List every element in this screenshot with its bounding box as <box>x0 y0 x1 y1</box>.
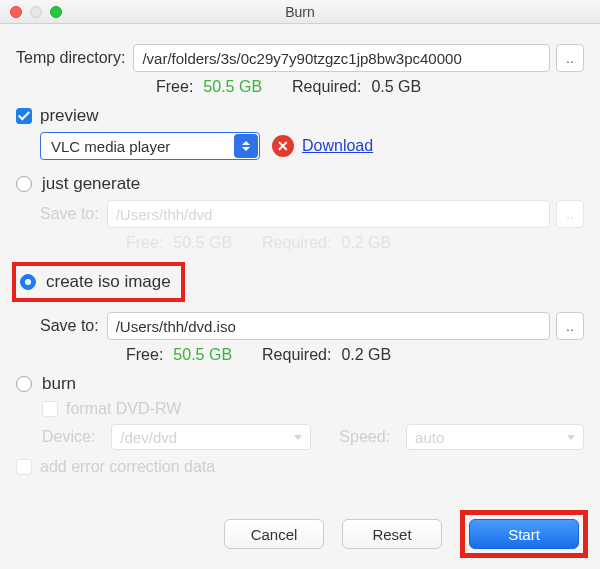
error-correction-checkbox <box>16 459 32 475</box>
burn-label: burn <box>42 374 76 394</box>
free-label: Free: <box>126 234 163 252</box>
temp-dir-row: Temp directory: .. <box>16 44 584 72</box>
preview-checkbox[interactable] <box>16 108 32 124</box>
chevron-updown-icon <box>234 134 258 158</box>
temp-dir-input[interactable] <box>133 44 550 72</box>
button-bar: Cancel Reset Start <box>0 494 600 569</box>
chevron-down-icon <box>567 435 575 440</box>
player-row: ✕ Download <box>16 132 584 160</box>
create-iso-radio[interactable] <box>20 274 36 290</box>
device-value: /dev/dvd <box>120 429 177 446</box>
iso-save-input[interactable] <box>107 312 550 340</box>
speed-value: auto <box>415 429 444 446</box>
just-generate-label: just generate <box>42 174 140 194</box>
free-label: Free: <box>126 346 163 364</box>
format-checkbox <box>42 401 58 417</box>
chevron-down-icon <box>294 435 302 440</box>
just-generate-row: just generate <box>16 174 584 194</box>
player-select[interactable] <box>40 132 260 160</box>
required-label: Required: <box>292 78 361 96</box>
titlebar: Burn <box>0 0 600 24</box>
just-generate-radio[interactable] <box>16 176 32 192</box>
cancel-button[interactable]: Cancel <box>224 519 324 549</box>
free-label: Free: <box>156 78 193 96</box>
start-button[interactable]: Start <box>469 519 579 549</box>
create-iso-row: create iso image <box>12 262 584 302</box>
justgen-browse-button: .. <box>556 200 584 228</box>
iso-save-row: Save to: .. <box>16 312 584 340</box>
window-title: Burn <box>0 4 600 20</box>
justgen-storage-info: Free: 50.5 GB Required: 0.2 GB <box>16 234 584 252</box>
device-select: /dev/dvd <box>111 424 311 450</box>
free-value: 50.5 GB <box>173 346 232 364</box>
reset-button[interactable]: Reset <box>342 519 442 549</box>
error-correction-label: add error correction data <box>40 458 215 476</box>
temp-dir-label: Temp directory: <box>16 49 125 67</box>
burn-row: burn <box>16 374 584 394</box>
justgen-save-label: Save to: <box>40 205 99 223</box>
justgen-save-input <box>107 200 550 228</box>
speed-select: auto <box>406 424 584 450</box>
required-label: Required: <box>262 234 331 252</box>
iso-save-label: Save to: <box>40 317 99 335</box>
speed-label: Speed: <box>339 428 390 446</box>
temp-storage-info: Free: 50.5 GB Required: 0.5 GB <box>16 78 584 96</box>
iso-storage-info: Free: 50.5 GB Required: 0.2 GB <box>16 346 584 364</box>
required-value: 0.2 GB <box>341 234 391 252</box>
iso-browse-button[interactable]: .. <box>556 312 584 340</box>
device-label: Device: <box>42 428 95 446</box>
preview-row: preview <box>16 106 584 126</box>
free-value: 50.5 GB <box>173 234 232 252</box>
error-correction-row: add error correction data <box>16 458 584 476</box>
error-icon: ✕ <box>272 135 294 157</box>
required-label: Required: <box>262 346 331 364</box>
device-speed-row: Device: /dev/dvd Speed: auto <box>16 424 584 450</box>
required-value: 0.5 GB <box>371 78 421 96</box>
highlight-box: create iso image <box>12 262 185 302</box>
create-iso-label: create iso image <box>46 272 171 292</box>
format-row: format DVD-RW <box>16 400 584 418</box>
highlight-box: Start <box>460 510 588 558</box>
burn-radio[interactable] <box>16 376 32 392</box>
justgen-save-row: Save to: .. <box>16 200 584 228</box>
preview-label: preview <box>40 106 99 126</box>
format-label: format DVD-RW <box>66 400 181 418</box>
required-value: 0.2 GB <box>341 346 391 364</box>
free-value: 50.5 GB <box>203 78 262 96</box>
temp-dir-browse-button[interactable]: .. <box>556 44 584 72</box>
download-link[interactable]: Download <box>302 137 373 155</box>
